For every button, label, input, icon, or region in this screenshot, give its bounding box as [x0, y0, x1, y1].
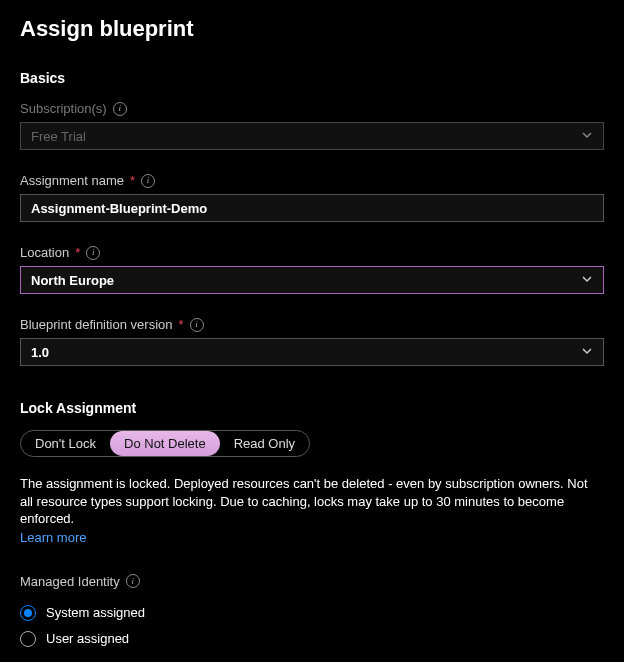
lock-section-title: Lock Assignment	[20, 400, 604, 416]
required-mark: *	[178, 317, 183, 332]
location-value: North Europe	[31, 273, 114, 288]
basics-section-title: Basics	[20, 70, 604, 86]
assignment-name-field: Assignment name * i	[20, 172, 604, 222]
info-icon[interactable]: i	[141, 174, 155, 188]
segment-do-not-delete[interactable]: Do Not Delete	[110, 431, 220, 456]
identity-section: Managed Identity i System assigned User …	[20, 573, 604, 647]
info-icon[interactable]: i	[113, 102, 127, 116]
radio-icon	[20, 631, 36, 647]
chevron-down-icon	[581, 273, 593, 288]
location-dropdown[interactable]: North Europe	[20, 266, 604, 294]
radio-system-assigned[interactable]: System assigned	[20, 605, 604, 621]
required-mark: *	[75, 245, 80, 260]
assignment-name-label: Assignment name * i	[20, 173, 155, 188]
subscription-value: Free Trial	[31, 129, 86, 144]
assignment-name-input[interactable]	[20, 194, 604, 222]
page-title: Assign blueprint	[20, 16, 604, 42]
location-label-text: Location	[20, 245, 69, 260]
subscription-field: Subscription(s) i Free Trial	[20, 100, 604, 150]
version-label: Blueprint definition version * i	[20, 317, 204, 332]
radio-label-user: User assigned	[46, 631, 129, 646]
radio-icon	[20, 605, 36, 621]
subscription-label: Subscription(s) i	[20, 101, 127, 116]
identity-label-text: Managed Identity	[20, 574, 120, 589]
location-label: Location * i	[20, 245, 100, 260]
subscription-dropdown[interactable]: Free Trial	[20, 122, 604, 150]
segment-read-only[interactable]: Read Only	[220, 431, 309, 456]
version-label-text: Blueprint definition version	[20, 317, 172, 332]
segment-dont-lock[interactable]: Don't Lock	[21, 431, 110, 456]
radio-user-assigned[interactable]: User assigned	[20, 631, 604, 647]
lock-description: The assignment is locked. Deployed resou…	[20, 475, 604, 528]
version-value: 1.0	[31, 345, 49, 360]
info-icon[interactable]: i	[190, 318, 204, 332]
learn-more-link[interactable]: Learn more	[20, 530, 604, 545]
info-icon[interactable]: i	[126, 574, 140, 588]
required-mark: *	[130, 173, 135, 188]
version-dropdown[interactable]: 1.0	[20, 338, 604, 366]
chevron-down-icon	[581, 345, 593, 360]
info-icon[interactable]: i	[86, 246, 100, 260]
subscription-label-text: Subscription(s)	[20, 101, 107, 116]
radio-label-system: System assigned	[46, 605, 145, 620]
assignment-name-label-text: Assignment name	[20, 173, 124, 188]
lock-segmented-control: Don't Lock Do Not Delete Read Only	[20, 430, 310, 457]
identity-label: Managed Identity i	[20, 574, 140, 589]
lock-section: Lock Assignment Don't Lock Do Not Delete…	[20, 400, 604, 545]
chevron-down-icon	[581, 129, 593, 144]
version-field: Blueprint definition version * i 1.0	[20, 316, 604, 366]
location-field: Location * i North Europe	[20, 244, 604, 294]
